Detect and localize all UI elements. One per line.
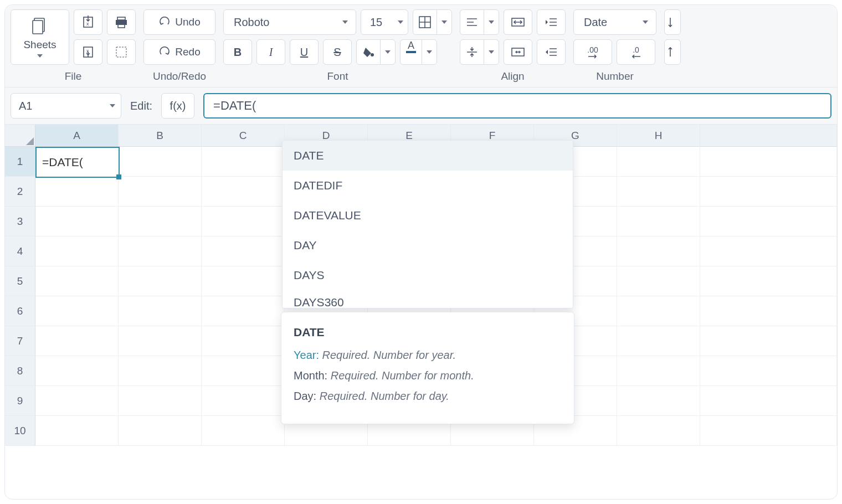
cell[interactable]: [617, 416, 700, 446]
sheets-button[interactable]: Sheets: [11, 9, 69, 65]
font-size-select[interactable]: 15: [361, 9, 408, 35]
cell[interactable]: [617, 386, 700, 416]
cell[interactable]: [202, 386, 285, 416]
row-header[interactable]: 6: [5, 296, 35, 326]
cell[interactable]: [202, 177, 285, 207]
cell[interactable]: [700, 147, 837, 177]
cell[interactable]: [700, 266, 837, 296]
column-header[interactable]: A: [35, 125, 119, 147]
strikethrough-button[interactable]: S: [323, 39, 352, 65]
decrease-decimals-button[interactable]: .0: [617, 39, 655, 65]
fill-handle[interactable]: [116, 174, 121, 179]
row-header[interactable]: 3: [5, 207, 35, 236]
cell[interactable]: [617, 266, 700, 296]
row-header[interactable]: 8: [5, 356, 35, 386]
cell[interactable]: [617, 207, 700, 236]
cell[interactable]: [202, 236, 285, 266]
cell[interactable]: [202, 266, 285, 296]
name-box[interactable]: A1: [11, 93, 121, 119]
cell[interactable]: [35, 296, 119, 326]
borders-button[interactable]: [413, 9, 452, 35]
cell[interactable]: [35, 236, 119, 266]
merge-button[interactable]: [504, 39, 532, 65]
cell[interactable]: [119, 147, 202, 177]
column-header[interactable]: B: [119, 125, 202, 147]
column-header[interactable]: H: [617, 125, 700, 147]
row-header[interactable]: 4: [5, 236, 35, 266]
cell[interactable]: [119, 207, 202, 236]
undo-button[interactable]: Undo: [143, 9, 215, 35]
cell[interactable]: [119, 356, 202, 386]
row-header[interactable]: 9: [5, 386, 35, 416]
cell[interactable]: [202, 356, 285, 386]
underline-button[interactable]: U: [290, 39, 319, 65]
cell[interactable]: [700, 326, 837, 356]
cell[interactable]: [119, 296, 202, 326]
cell[interactable]: [35, 177, 119, 207]
font-name-select[interactable]: Roboto: [223, 9, 356, 35]
export-button[interactable]: x: [74, 39, 102, 65]
column-header[interactable]: [700, 125, 837, 147]
autocomplete-item[interactable]: DATEDIF: [283, 171, 573, 200]
cell[interactable]: [700, 356, 837, 386]
select-area-button[interactable]: [107, 39, 136, 65]
valign-button[interactable]: [460, 39, 499, 65]
column-header[interactable]: C: [202, 125, 285, 147]
autocomplete-item[interactable]: DATE: [283, 141, 573, 171]
cell[interactable]: [617, 296, 700, 326]
row-header[interactable]: 1: [5, 147, 35, 177]
autocomplete-item[interactable]: DAYS360: [283, 290, 573, 308]
cell[interactable]: [700, 416, 837, 446]
cell[interactable]: [700, 236, 837, 266]
cell[interactable]: [617, 177, 700, 207]
cell[interactable]: [617, 356, 700, 386]
row-header[interactable]: 5: [5, 266, 35, 296]
import-button[interactable]: x: [74, 9, 102, 35]
indent-decrease-button[interactable]: [537, 39, 566, 65]
cell[interactable]: [35, 356, 119, 386]
cell[interactable]: [35, 416, 119, 446]
cell[interactable]: [119, 416, 202, 446]
indent-increase-button[interactable]: [537, 9, 566, 35]
active-cell[interactable]: =DATE(: [35, 147, 120, 178]
halign-button[interactable]: [460, 9, 499, 35]
cell[interactable]: [35, 326, 119, 356]
font-color-button[interactable]: A: [400, 39, 437, 65]
cell[interactable]: [202, 296, 285, 326]
autocomplete-item[interactable]: DAY: [283, 230, 573, 260]
cell[interactable]: [202, 147, 285, 177]
cell[interactable]: [35, 386, 119, 416]
cell[interactable]: [35, 266, 119, 296]
cell[interactable]: [700, 386, 837, 416]
row-header[interactable]: 2: [5, 177, 35, 207]
cell[interactable]: [119, 326, 202, 356]
cell[interactable]: [119, 236, 202, 266]
select-all-corner[interactable]: [5, 125, 35, 147]
cell[interactable]: [35, 207, 119, 236]
cell[interactable]: [617, 236, 700, 266]
row-header[interactable]: 10: [5, 416, 35, 446]
cell[interactable]: [202, 416, 285, 446]
formula-input[interactable]: =DATE(: [203, 93, 831, 119]
cell[interactable]: [119, 177, 202, 207]
autocomplete-item[interactable]: DATEVALUE: [283, 200, 573, 230]
cell[interactable]: [700, 177, 837, 207]
italic-button[interactable]: I: [256, 39, 285, 65]
sort-desc-button[interactable]: [664, 39, 681, 65]
cell[interactable]: [700, 296, 837, 326]
cell[interactable]: [617, 326, 700, 356]
number-format-select[interactable]: Date: [573, 9, 656, 35]
sort-asc-button[interactable]: [664, 9, 681, 35]
cell[interactable]: [119, 386, 202, 416]
redo-button[interactable]: Redo: [143, 39, 215, 65]
cell[interactable]: [202, 207, 285, 236]
cell[interactable]: [119, 266, 202, 296]
cell[interactable]: [700, 207, 837, 236]
bold-button[interactable]: B: [223, 39, 252, 65]
row-header[interactable]: 7: [5, 326, 35, 356]
autocomplete-item[interactable]: DAYS: [283, 260, 573, 290]
fx-button[interactable]: f(x): [161, 93, 194, 119]
cell[interactable]: [202, 326, 285, 356]
fill-color-button[interactable]: [356, 39, 396, 65]
print-button[interactable]: [107, 9, 136, 35]
